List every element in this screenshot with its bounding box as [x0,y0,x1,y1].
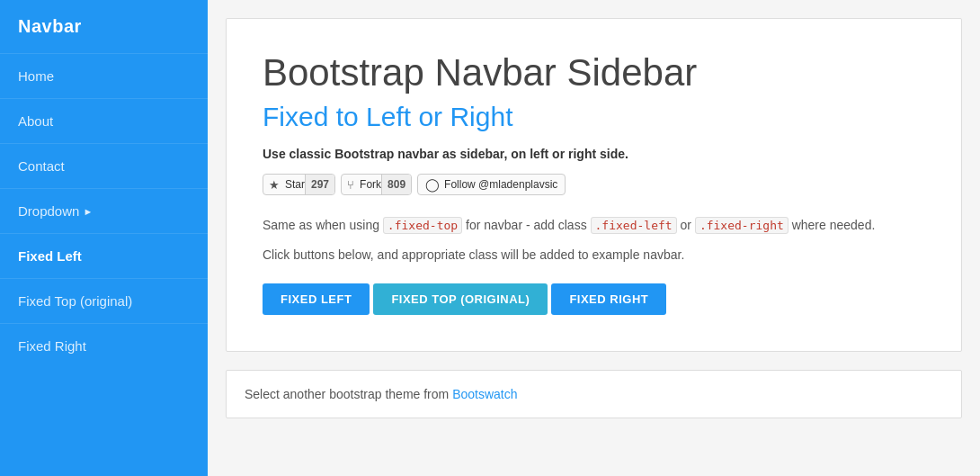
main-content: Bootstrap Navbar Sidebar Fixed to Left o… [208,0,980,476]
bottom-panel: Select another bootstrap theme from Boot… [226,370,962,418]
fixed-left-button[interactable]: FIXED LEFT [263,283,370,315]
fixed-top-button[interactable]: FIXED TOP (ORIGINAL) [373,283,548,315]
star-icon: ★ [263,178,285,192]
info-text-1-or: or [677,218,695,232]
sidebar-item-fixed-left[interactable]: Fixed Left [0,233,208,278]
fork-label: Fork [360,178,381,191]
sidebar-item-label: Fixed Right [18,338,86,354]
description: Use classic Bootstrap navbar as sidebar,… [263,147,925,161]
sidebar-item-home[interactable]: Home [0,53,208,98]
info-text-1-suffix: where needed. [788,218,876,232]
code-fixed-top: .fixed-top [383,217,462,234]
info-text-2: Click buttons below, and appropriate cla… [263,245,925,265]
star-count: 297 [305,175,334,194]
bootswatch-link[interactable]: Bootswatch [452,387,517,401]
info-text-2-content: Click buttons below, and appropriate cla… [263,247,684,262]
sub-title: Fixed to Left or Right [263,99,925,134]
sidebar-item-label: Fixed Top (original) [18,293,132,309]
sidebar-nav: Home About Contact Dropdown ► Fixed Left… [0,53,208,368]
bottom-text: Select another bootstrap theme from Boot… [245,387,943,401]
sidebar-item-dropdown[interactable]: Dropdown ► [0,188,208,233]
sidebar-item-label: Dropdown [18,203,79,219]
sidebar-item-label: Fixed Left [18,248,82,264]
info-text-1-middle: for navbar - add class [462,218,590,232]
info-text-1: Same as when using .fixed-top for navbar… [263,215,925,236]
sidebar-item-about[interactable]: About [0,98,208,143]
fixed-right-button[interactable]: FIXED RIGHT [551,283,666,315]
fork-icon: ⑂ [342,178,360,192]
code-fixed-left: .fixed-left [591,217,677,234]
info-text-1-prefix: Same as when using [263,218,383,232]
sidebar-item-fixed-top[interactable]: Fixed Top (original) [0,278,208,323]
sidebar-item-fixed-right[interactable]: Fixed Right [0,323,208,368]
github-badges: ★ Star 297 ⑂ Fork 809 ◯ Follow @mladenpl… [263,174,925,195]
sidebar-item-label: About [18,113,53,129]
action-buttons: FIXED LEFT FIXED TOP (ORIGINAL) FIXED RI… [263,283,925,315]
chevron-right-icon: ► [83,206,93,217]
sidebar: Navbar Home About Contact Dropdown ► Fix… [0,0,208,476]
main-title: Bootstrap Navbar Sidebar [263,50,925,95]
follow-label: Follow @mladenplavsic [444,178,557,191]
content-panel: Bootstrap Navbar Sidebar Fixed to Left o… [226,18,962,352]
star-label: Star [285,178,305,191]
fork-badge[interactable]: ⑂ Fork 809 [341,174,412,195]
code-fixed-right: .fixed-right [695,217,788,234]
sidebar-item-label: Home [18,68,54,84]
github-icon: ◯ [425,177,440,192]
star-badge[interactable]: ★ Star 297 [263,174,335,195]
sidebar-item-contact[interactable]: Contact [0,143,208,188]
follow-badge[interactable]: ◯ Follow @mladenplavsic [417,174,566,195]
bottom-text-prefix: Select another bootstrap theme from [245,387,452,401]
sidebar-brand: Navbar [0,0,208,53]
sidebar-item-label: Contact [18,158,65,174]
fork-count: 809 [381,175,411,194]
